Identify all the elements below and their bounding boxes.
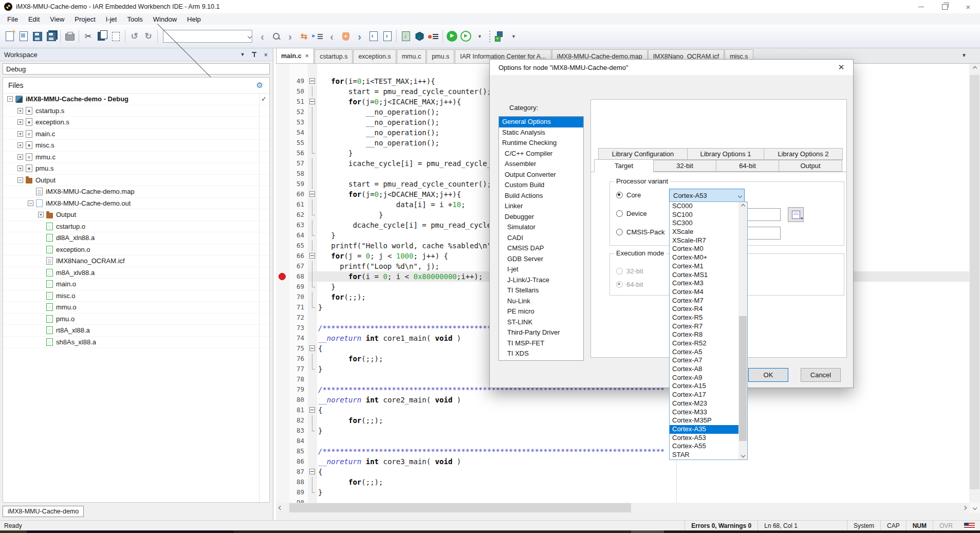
breakpoint-margin[interactable]: [276, 354, 289, 364]
tree-item-output[interactable]: +Output: [3, 209, 269, 221]
breakpoint-margin[interactable]: [276, 189, 289, 199]
previous-document-button[interactable]: [366, 29, 380, 43]
undo-button[interactable]: ↺: [127, 29, 141, 43]
tree-item-imx8-mmu-cache-demo-map[interactable]: iMX8-MMU-Cache-demo.map: [3, 186, 269, 198]
dropdown-item-cortex-ms1[interactable]: Cortex-MS1: [670, 271, 738, 280]
breakpoint-margin[interactable]: [276, 426, 289, 436]
scroll-up-icon[interactable]: [969, 64, 980, 72]
save-all-button[interactable]: [44, 29, 58, 43]
download-and-debug-button[interactable]: [445, 29, 459, 43]
editor-tab-cstartup-s[interactable]: cstartup.s: [315, 49, 353, 63]
category-third-party-driver[interactable]: Third-Party Driver: [499, 327, 583, 338]
fold-collapse-icon[interactable]: [308, 76, 317, 86]
shield-add-button[interactable]: [339, 29, 353, 43]
category-ti-xds[interactable]: TI XDS: [499, 348, 583, 359]
expand-icon[interactable]: +: [17, 154, 23, 160]
breakpoint-margin[interactable]: [276, 169, 289, 179]
category-cadi[interactable]: CADI: [499, 233, 583, 244]
breakpoint-margin[interactable]: [276, 158, 289, 169]
menu-file[interactable]: File: [2, 14, 23, 24]
category-cmsis-dap[interactable]: CMSIS DAP: [499, 243, 583, 254]
download-button[interactable]: [413, 29, 427, 43]
dropdown-item-sc000[interactable]: SC000: [670, 202, 738, 211]
breakpoint-margin[interactable]: [276, 230, 289, 241]
editor-tab-main-c[interactable]: main.c×: [276, 48, 314, 63]
copy-button[interactable]: [95, 29, 109, 43]
dialog-close-icon[interactable]: ✕: [829, 60, 853, 75]
menu-tools[interactable]: Tools: [122, 14, 147, 24]
next-document-button[interactable]: [380, 29, 394, 43]
dropdown-item-cortex-a55[interactable]: Cortex-A55: [670, 442, 738, 451]
workspace-close-icon[interactable]: ×: [264, 51, 268, 59]
dropdown-item-cortex-m23[interactable]: Cortex-M23: [670, 399, 738, 408]
dropdown-item-cortex-a35[interactable]: Cortex-A35: [670, 425, 738, 434]
scroll-right-icon[interactable]: [960, 506, 969, 509]
breakpoint-margin[interactable]: [276, 333, 289, 343]
breakpoint-icon[interactable]: [279, 273, 286, 280]
category-st-link[interactable]: ST-LINK: [499, 317, 583, 328]
category-ti-msp-fet[interactable]: TI MSP-FET: [499, 338, 583, 349]
breakpoint-margin[interactable]: [276, 374, 289, 384]
expand-icon[interactable]: +: [17, 108, 23, 114]
breakpoint-margin[interactable]: [276, 148, 289, 158]
device-radio[interactable]: [616, 210, 623, 217]
dropdown-item-cortex-a8[interactable]: Cortex-A8: [670, 365, 738, 374]
dropdown-item-cortex-a9[interactable]: Cortex-A9: [670, 374, 738, 382]
scroll-up-icon[interactable]: [738, 202, 747, 210]
tab-list-dropdown-icon[interactable]: ▼: [961, 52, 967, 58]
cspy-views-button[interactable]: [493, 29, 507, 43]
tree-item-mmu-c[interactable]: +cmmu.c: [3, 152, 269, 163]
breakpoint-margin[interactable]: [276, 487, 289, 498]
debug-dropdown-button[interactable]: ▼: [473, 29, 487, 43]
tree-item-main-o[interactable]: main.o: [3, 279, 269, 290]
breakpoint-margin[interactable]: [276, 127, 289, 138]
category-build-actions[interactable]: Build Actions: [499, 191, 583, 201]
find-previous-button[interactable]: ‹: [255, 29, 269, 43]
menu-project[interactable]: Project: [69, 14, 100, 24]
editor-vertical-scrollbar[interactable]: [969, 64, 980, 503]
category-simulator[interactable]: Simulator: [499, 222, 583, 233]
category-output-converter[interactable]: Output Converter: [499, 170, 583, 180]
tree-item-imx8-mmu-cache-demo-out[interactable]: −iMX8-MMU-Cache-demo.out: [3, 198, 269, 210]
tree-item-pmu-o[interactable]: pmu.o: [3, 314, 269, 325]
fold-collapse-icon[interactable]: [308, 467, 317, 477]
tree-item-mmu-o[interactable]: mmu.o: [3, 302, 269, 314]
dropdown-item-xscale-ir7[interactable]: XScale-IR7: [670, 236, 738, 245]
dropdown-item-cortex-m4[interactable]: Cortex-M4: [670, 288, 738, 297]
breakpoint-margin[interactable]: [276, 107, 289, 117]
editor-tab-exception-s[interactable]: exception.s: [353, 49, 396, 63]
breakpoint-margin[interactable]: [276, 456, 289, 467]
tree-item-dl8a-xln88-a[interactable]: dl8A_xln88.a: [3, 232, 269, 244]
code-line-87[interactable]: 87{: [276, 467, 969, 477]
dropdown-item-cortex-r5[interactable]: Cortex-R5: [670, 314, 738, 322]
tree-item-main-c[interactable]: +cmain.c: [3, 128, 269, 140]
configuration-selector[interactable]: Debug: [3, 63, 270, 75]
category-general-options[interactable]: General Options: [499, 117, 583, 127]
editor-tab-mmu-c[interactable]: mmu.c: [397, 49, 427, 63]
menu-view[interactable]: View: [45, 14, 69, 24]
expand-icon[interactable]: +: [17, 119, 23, 125]
breakpoint-margin[interactable]: [276, 415, 289, 426]
tab-64-bit[interactable]: 64-bit: [716, 160, 779, 172]
dropdown-scrollbar[interactable]: [738, 202, 747, 460]
breakpoint-margin[interactable]: [276, 405, 289, 415]
breakpoint-margin[interactable]: [276, 292, 289, 302]
fold-collapse-icon[interactable]: [308, 189, 317, 199]
print-button[interactable]: [63, 29, 77, 43]
editor-horizontal-scrollbar[interactable]: [276, 503, 969, 513]
mode-32bit-radio[interactable]: [616, 268, 623, 274]
code-line-88[interactable]: 88 for(;;);: [276, 477, 969, 487]
breakpoint-margin[interactable]: [276, 282, 289, 292]
dropdown-item-xscale[interactable]: XScale: [670, 228, 738, 236]
navigate-arrows-button[interactable]: ⇆: [297, 29, 311, 43]
breakpoint-margin[interactable]: [276, 323, 289, 333]
tab-library-options-2[interactable]: Library Options 2: [764, 148, 843, 160]
new-document-button[interactable]: [3, 29, 16, 43]
tree-item-misc-s[interactable]: +amisc.s: [3, 140, 269, 152]
tree-item-cstartup-o[interactable]: cstartup.o: [3, 221, 269, 233]
expand-icon[interactable]: +: [17, 131, 23, 137]
menu-window[interactable]: Window: [148, 14, 182, 24]
code-line-84[interactable]: 84: [276, 436, 969, 446]
nav-forward-button[interactable]: ›: [353, 29, 366, 43]
category-assembler[interactable]: Assembler: [499, 159, 583, 170]
